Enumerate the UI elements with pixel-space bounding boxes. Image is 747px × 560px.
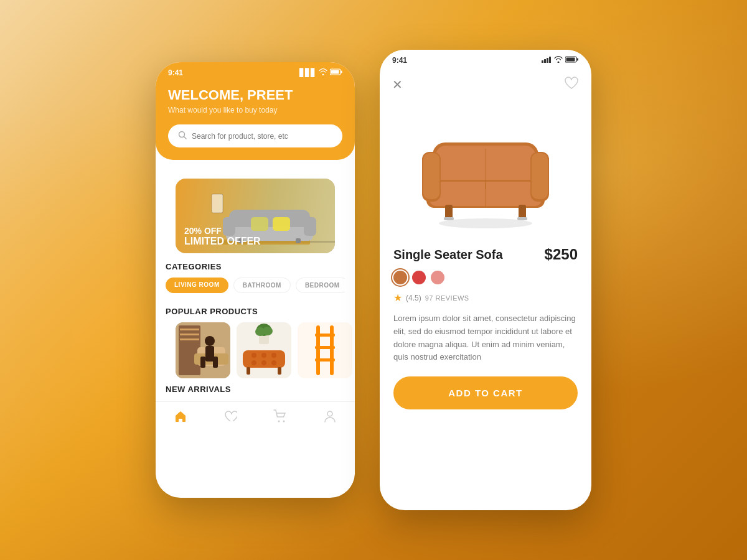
- color-swatch-brown[interactable]: [393, 271, 407, 284]
- rating-row: ★ (4.5) 97 REVIEWS: [393, 292, 578, 304]
- svg-point-40: [263, 327, 273, 335]
- nav-home[interactable]: [174, 409, 187, 426]
- welcome-title: WELCOME, PREET: [168, 87, 342, 103]
- wifi-icon: [319, 68, 327, 77]
- banner-offer: LIMITED OFFER: [184, 236, 261, 247]
- new-arrivals-title: NEW ARRIVALS: [156, 381, 355, 396]
- product-price: $250: [545, 246, 578, 263]
- svg-rect-17: [179, 325, 200, 375]
- svg-point-23: [205, 336, 215, 346]
- svg-rect-43: [330, 325, 334, 375]
- wifi-icon-p: [554, 56, 563, 65]
- svg-rect-50: [542, 60, 543, 63]
- signal-icon: ▋▋▋: [299, 68, 316, 77]
- nav-profile[interactable]: [323, 409, 337, 426]
- svg-rect-35: [247, 367, 250, 375]
- svg-rect-2: [331, 70, 339, 74]
- svg-point-33: [261, 360, 266, 365]
- categories-section: CATEGORIES LIVING ROOM BATHROOM BEDROOM …: [156, 253, 355, 298]
- color-swatches: [393, 271, 578, 284]
- popular-products-title: POPULAR PRODUCTS: [166, 307, 345, 316]
- product-card-3-image: [298, 322, 352, 378]
- star-icon: ★: [393, 292, 402, 304]
- promo-banner: 20% OFF LIMITED OFFER: [176, 179, 335, 253]
- review-count: 97 REVIEWS: [425, 294, 469, 302]
- category-bathroom[interactable]: BATHROOM: [233, 278, 291, 293]
- svg-rect-20: [180, 338, 199, 340]
- status-bar-home: 9:41 ▋▋▋: [156, 62, 355, 81]
- banner-discount: 20% OFF: [184, 226, 261, 236]
- nav-cart[interactable]: [273, 409, 287, 426]
- product-name: Single Seater Sofa: [393, 248, 503, 262]
- color-swatch-red[interactable]: [412, 271, 426, 284]
- svg-rect-19: [180, 334, 199, 335]
- battery-icon: [330, 68, 342, 77]
- svg-rect-36: [278, 367, 281, 375]
- svg-rect-44: [315, 334, 335, 337]
- svg-rect-26: [213, 357, 218, 368]
- product-info-section: Single Seater Sofa $250 ★ (4.5) 97 REVIE…: [380, 236, 591, 419]
- category-bedroom[interactable]: BEDROOM: [296, 278, 345, 293]
- svg-rect-63: [423, 153, 439, 199]
- product-card-3[interactable]: [298, 322, 352, 378]
- close-button[interactable]: ✕: [392, 77, 403, 92]
- search-bar[interactable]: [168, 124, 342, 147]
- svg-rect-56: [566, 58, 575, 62]
- svg-rect-18: [180, 329, 199, 330]
- search-input[interactable]: [192, 132, 332, 141]
- phone-home: 9:41 ▋▋▋ WELCOME, PREET What would y: [156, 62, 355, 498]
- products-grid: [166, 322, 345, 378]
- svg-rect-1: [341, 71, 342, 73]
- wishlist-button[interactable]: [564, 76, 579, 93]
- product-image-area: [380, 99, 591, 236]
- svg-line-4: [184, 137, 187, 139]
- svg-rect-55: [577, 58, 579, 61]
- svg-rect-45: [315, 346, 335, 349]
- svg-point-34: [271, 360, 276, 365]
- battery-icon-p: [565, 56, 579, 65]
- svg-point-30: [261, 353, 266, 358]
- bottom-navigation: [156, 401, 355, 435]
- svg-rect-51: [544, 59, 546, 63]
- svg-point-47: [278, 421, 280, 422]
- categories-title: CATEGORIES: [166, 262, 345, 271]
- svg-point-29: [251, 353, 256, 358]
- home-header: WELCOME, PREET What would you like to bu…: [156, 81, 355, 160]
- product-sofa-image: [405, 108, 566, 233]
- svg-point-48: [283, 421, 285, 422]
- time-product: 9:41: [392, 56, 407, 65]
- product-card-2[interactable]: [237, 322, 291, 378]
- product-card-1[interactable]: [176, 322, 230, 378]
- svg-rect-52: [547, 58, 548, 63]
- svg-rect-42: [316, 325, 320, 375]
- status-icons-product: [542, 56, 579, 65]
- svg-rect-69: [517, 217, 527, 220]
- svg-point-31: [271, 353, 276, 358]
- svg-rect-10: [304, 217, 316, 236]
- nav-wishlist[interactable]: [223, 409, 237, 426]
- product-card-1-image: [176, 322, 230, 378]
- status-bar-product: 9:41: [380, 50, 591, 68]
- svg-point-32: [251, 360, 256, 365]
- rating-score: (4.5): [406, 294, 421, 302]
- svg-rect-12: [296, 238, 301, 243]
- product-description: Lorem ipsum dolor sit amet, consectetur …: [393, 312, 578, 364]
- svg-rect-15: [212, 194, 223, 213]
- search-icon: [178, 131, 187, 141]
- svg-rect-25: [200, 357, 205, 368]
- svg-rect-46: [315, 358, 335, 362]
- welcome-subtitle: What would you like to buy today: [168, 106, 342, 114]
- category-living-room[interactable]: LIVING ROOM: [166, 278, 228, 293]
- phone-product: 9:41: [380, 50, 591, 510]
- add-to-cart-button[interactable]: ADD TO CART: [393, 376, 578, 409]
- banner-text-content: 20% OFF LIMITED OFFER: [184, 226, 261, 247]
- svg-rect-24: [205, 346, 214, 362]
- svg-point-49: [327, 411, 332, 416]
- signal-icon-p: [542, 56, 552, 65]
- product-card-2-image: [237, 322, 291, 378]
- time-home: 9:41: [168, 68, 183, 77]
- banner-section: 20% OFF LIMITED OFFER: [156, 160, 355, 253]
- svg-rect-53: [549, 57, 551, 63]
- color-swatch-pink[interactable]: [431, 271, 444, 284]
- svg-rect-41: [298, 322, 352, 378]
